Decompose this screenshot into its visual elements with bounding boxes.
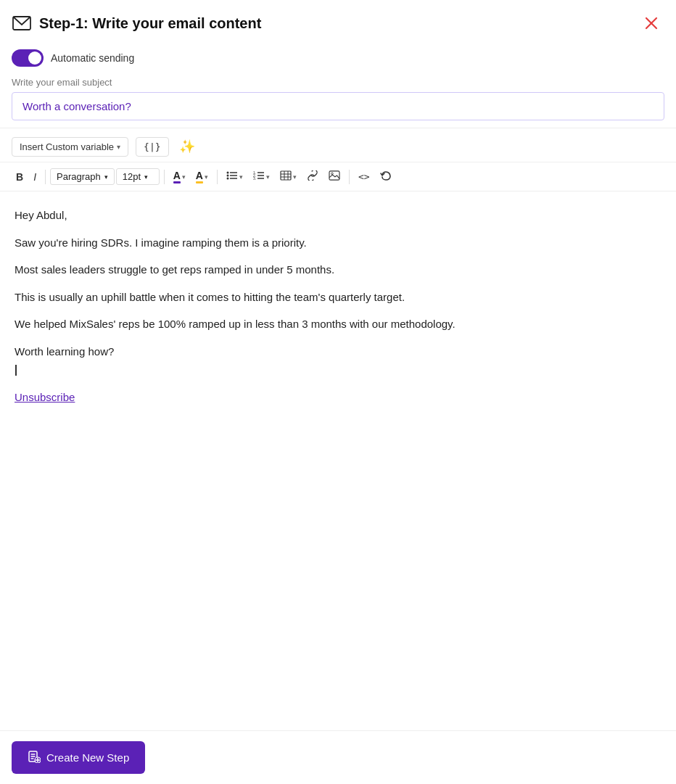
unsubscribe-link[interactable]: Unsubscribe	[15, 391, 75, 403]
svg-point-21	[331, 173, 334, 175]
bullet-list-chevron-icon: ▾	[239, 173, 243, 181]
svg-point-5	[226, 178, 228, 180]
toolbar-divider-4	[349, 170, 350, 184]
chevron-down-icon: ▾	[117, 143, 120, 151]
ordered-list-chevron-icon: ▾	[266, 173, 270, 181]
subject-input[interactable]	[12, 92, 664, 120]
undo-button[interactable]	[376, 168, 396, 186]
editor-line-3: Most sales leaders struggle to get reps …	[15, 260, 661, 279]
highlight-color-button[interactable]: A ▾	[191, 167, 213, 186]
text-color-button[interactable]: A ▾	[169, 167, 190, 186]
close-button[interactable]	[641, 13, 661, 33]
svg-text:3.: 3.	[253, 176, 256, 181]
bottom-bar: Create New Step	[0, 730, 676, 784]
subject-label: Write your email subject	[12, 77, 664, 88]
svg-point-3	[226, 172, 228, 174]
create-new-step-button[interactable]: Create New Step	[12, 741, 145, 774]
table-icon	[280, 170, 292, 183]
custom-variable-row: Insert Custom variable ▾ {|} ✨	[0, 128, 676, 162]
create-step-icon	[28, 750, 41, 765]
magic-wand-icon: ✨	[179, 139, 195, 154]
link-icon	[307, 170, 318, 183]
font-family-value: Paragraph	[57, 171, 101, 182]
create-step-label: Create New Step	[46, 751, 129, 764]
editor-line-2: Saw you're hiring SDRs. I imagine rampin…	[15, 234, 661, 252]
toggle-row: Automatic sending	[0, 44, 676, 77]
font-family-chevron-icon: ▾	[104, 173, 108, 181]
code-icon: <>	[358, 171, 370, 182]
text-color-chevron-icon: ▾	[182, 173, 186, 181]
header-left: Step-1: Write your email content	[12, 15, 261, 32]
subject-section: Write your email subject	[0, 77, 676, 128]
svg-rect-20	[329, 171, 339, 180]
editor-area[interactable]: Hey Abdul, Saw you're hiring SDRs. I ima…	[0, 191, 676, 730]
link-button[interactable]	[302, 168, 323, 186]
bullet-list-icon	[226, 170, 238, 183]
page-container: Step-1: Write your email content Automat…	[0, 0, 676, 784]
insert-custom-variable-label: Insert Custom variable	[20, 141, 114, 152]
image-button[interactable]	[324, 168, 345, 186]
toolbar-divider-3	[217, 170, 218, 184]
editor-line-1: Hey Abdul,	[15, 206, 661, 225]
font-size-value: 12pt	[123, 171, 141, 182]
insert-custom-variable-select[interactable]: Insert Custom variable ▾	[12, 137, 128, 157]
table-button[interactable]: ▾	[276, 168, 301, 186]
italic-button[interactable]: I	[29, 168, 41, 186]
font-size-chevron-icon: ▾	[144, 173, 148, 181]
italic-icon: I	[33, 171, 36, 183]
magic-wand-button[interactable]: ✨	[176, 136, 198, 157]
toolbar-divider-2	[164, 170, 165, 184]
image-icon	[329, 170, 340, 183]
bullet-list-button[interactable]: ▾	[222, 168, 247, 186]
editor-line-4: This is usually an uphill battle when it…	[15, 288, 661, 307]
curly-braces-label: {|}	[144, 141, 160, 152]
editor-line-5: We helped MixSales' reps be 100% ramped …	[15, 315, 661, 334]
ordered-list-icon: 1. 2. 3.	[253, 170, 265, 183]
toggle-label: Automatic sending	[51, 52, 134, 64]
highlight-icon: A	[196, 170, 203, 183]
email-icon	[12, 15, 32, 31]
font-size-select[interactable]: 12pt ▾	[116, 168, 160, 185]
svg-rect-15	[281, 171, 291, 180]
page-title: Step-1: Write your email content	[39, 15, 261, 32]
text-color-icon: A	[173, 170, 181, 183]
editor-unsubscribe-line: Unsubscribe	[15, 388, 661, 407]
table-chevron-icon: ▾	[293, 173, 297, 181]
editor-line-6: Worth learning how?	[15, 342, 661, 379]
header: Step-1: Write your email content	[0, 0, 676, 44]
ordered-list-button[interactable]: 1. 2. 3. ▾	[249, 168, 274, 186]
curly-braces-button[interactable]: {|}	[136, 137, 168, 157]
svg-point-4	[226, 175, 228, 177]
undo-icon	[380, 170, 392, 183]
code-button[interactable]: <>	[354, 168, 374, 185]
format-toolbar: B I Paragraph ▾ 12pt ▾ A ▾ A	[0, 162, 676, 191]
automatic-sending-toggle[interactable]	[12, 49, 44, 67]
highlight-chevron-icon: ▾	[205, 173, 208, 181]
toolbar-divider-1	[45, 170, 46, 184]
bold-button[interactable]: B	[12, 168, 28, 186]
bold-icon: B	[16, 171, 23, 183]
font-family-select[interactable]: Paragraph ▾	[50, 168, 115, 185]
